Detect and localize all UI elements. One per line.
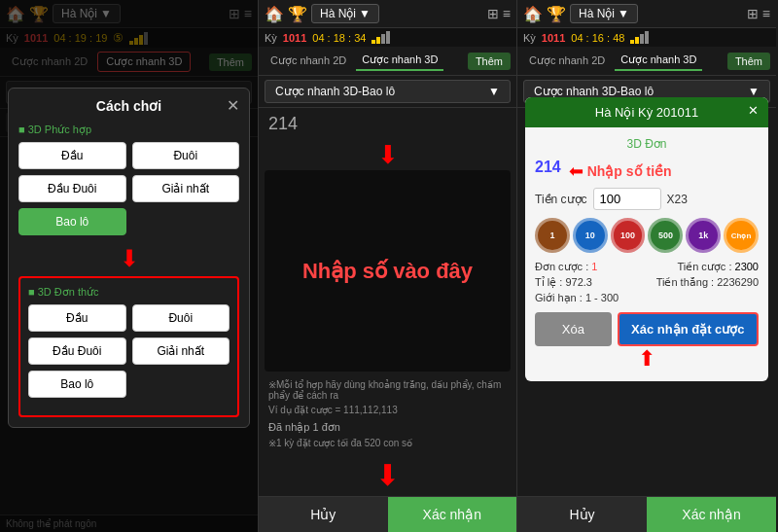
section1-buttons: Đầu Đuôi Đầu Đuôi Giải nhất Bao lô: [18, 142, 239, 235]
p2-down-arrow-icon: ⬇: [377, 140, 399, 169]
cach-choi-modal: Cách chơi ✕ ■ 3D Phức hợp Đầu Đuôi Đầu Đ…: [8, 88, 250, 428]
xoa-button[interactable]: Xóa: [535, 312, 612, 346]
confirm-title: Hà Nội Kỳ 201011: [595, 105, 698, 120]
p3-them-button[interactable]: Thêm: [727, 53, 770, 70]
p3-tab-3d[interactable]: Cược nhanh 3D: [615, 51, 702, 71]
p3-menu-icon[interactable]: ≡: [762, 6, 770, 21]
btn-giainhat-2[interactable]: Giải nhất: [132, 337, 230, 365]
p3-dropdown-label: Cược nhanh 3D-Bao lô: [534, 85, 654, 98]
p2-note-text: ※Mỗi tổ hợp hãy dùng khoảng trắng, dấu p…: [259, 375, 516, 405]
btn-dauduoi-1[interactable]: Đầu Đuôi: [18, 175, 126, 202]
p2-arrow-container: ⬇: [259, 140, 516, 170]
section1-title: ■ 3D Phức hợp: [18, 124, 239, 136]
p3-tab-2d[interactable]: Cược nhanh 2D: [523, 52, 611, 70]
section2-label: 3D Đơn thức: [38, 286, 99, 298]
tien-cuoc-label: Tiền cược: [535, 193, 587, 206]
section1-label: 3D Phức hợp: [28, 124, 91, 135]
confirm-close-button[interactable]: ✕: [748, 103, 759, 118]
confirm-down-arrow: ⬆: [535, 346, 759, 372]
p2-xacnhan-button[interactable]: Xác nhận: [388, 497, 517, 532]
modal-title: Cách chơi: [18, 98, 239, 114]
p3-timer-display: 04 : 16 : 48: [571, 32, 624, 44]
p2-bar4: [386, 31, 390, 44]
panel-3: 🏠 🏆 Hà Nội ▼ ⊞ ≡ Kỳ 1011 04 : 16 : 48 Cư…: [517, 0, 776, 532]
nhap-tien-row: 214 ⬅ Nhập số tiền: [535, 159, 759, 184]
p2-example-text: Ví dụ đặt cược = 111,112,113: [259, 405, 516, 419]
chip-500[interactable]: 500: [648, 218, 683, 253]
gioi-han-label: Giới hạn : 1 - 300: [535, 292, 619, 304]
p3-bar1: [630, 40, 634, 44]
chip-row: 1 10 100 500 1k Chọn: [535, 218, 759, 253]
p2-bet-number: 214: [259, 108, 516, 140]
p3-bar4: [645, 31, 649, 44]
down-arrow-icon: ⬇: [120, 245, 139, 271]
p2-input-area[interactable]: Nhập số vào đây: [265, 170, 511, 372]
p2-chevron-icon: ▼: [359, 7, 371, 20]
p2-ky-number: 1011: [283, 32, 306, 44]
p3-huy-button[interactable]: Hủy: [517, 497, 647, 532]
chip-1[interactable]: 1: [535, 218, 570, 253]
p2-da-nhap: Đã nhập 1 đơn: [259, 419, 516, 436]
confirm-arrow-icon: ⬆: [638, 346, 655, 371]
btn-dau-2[interactable]: Đầu: [28, 304, 126, 332]
p3-grid-icon[interactable]: ⊞: [747, 6, 759, 21]
p2-dropdown-row: Cược nhanh 3D-Bao lô ▼: [259, 76, 516, 108]
chip-chon[interactable]: Chọn: [724, 218, 759, 253]
chip-10[interactable]: 10: [573, 218, 608, 253]
p3-trophy-icon[interactable]: 🏆: [547, 5, 566, 23]
p2-tab-3d[interactable]: Cược nhanh 3D: [356, 51, 443, 71]
btn-giainhat-1[interactable]: Giải nhất: [132, 175, 240, 202]
p3-chevron-icon: ▼: [618, 7, 629, 20]
panel-2: 🏠 🏆 Hà Nội ▼ ⊞ ≡ Kỳ 1011 04 : 18 : 34 Cư…: [259, 0, 517, 532]
p3-signal-bars: [630, 31, 649, 44]
p2-bar2: [376, 37, 380, 44]
p3-ky-number: 1011: [542, 32, 565, 44]
gioi-han-value: 1 - 300: [585, 292, 619, 303]
btn-baolo-2[interactable]: Bao lô: [28, 371, 126, 398]
p2-menu-icon[interactable]: ≡: [503, 6, 511, 21]
modal-close-button[interactable]: ✕: [227, 96, 239, 115]
don-cuoc-value: 1: [591, 261, 597, 272]
p2-tab-row: Cược nhanh 2D Cược nhanh 3D Thêm: [259, 47, 516, 76]
panel2-header: 🏠 🏆 Hà Nội ▼ ⊞ ≡: [259, 0, 516, 28]
chip-100[interactable]: 100: [611, 218, 646, 253]
p3-home-icon[interactable]: 🏠: [523, 5, 543, 23]
p3-location-button[interactable]: Hà Nội ▼: [570, 4, 638, 23]
p2-bar1: [371, 40, 375, 44]
p3-bottom-btns: Hủy Xác nhận: [517, 496, 776, 532]
p3-bar3: [640, 34, 644, 44]
p2-tab-2d[interactable]: Cược nhanh 2D: [265, 52, 352, 70]
arrow-section: ⬇: [18, 245, 239, 272]
p2-location-button[interactable]: Hà Nội ▼: [311, 4, 379, 23]
chip-1k[interactable]: 1k: [686, 218, 721, 253]
p2-confirm-arrow: ⬇: [259, 454, 516, 496]
p2-grid-icon[interactable]: ⊞: [487, 6, 499, 21]
p2-them-button[interactable]: Thêm: [468, 53, 511, 70]
panel3-header: 🏠 🏆 Hà Nội ▼ ⊞ ≡: [517, 0, 776, 28]
p2-dropdown-chevron: ▼: [488, 85, 500, 98]
btn-dauduoi-2[interactable]: Đầu Đuôi: [28, 337, 126, 365]
btn-duoi-1[interactable]: Đuôi: [132, 142, 240, 169]
p2-trophy-icon[interactable]: 🏆: [288, 5, 307, 23]
tien-cuoc-input[interactable]: [593, 188, 661, 210]
confirm-number: 214: [535, 159, 561, 176]
tien-thang-label: Tiền thắng : 2236290: [656, 276, 759, 289]
p2-huy-button[interactable]: Hủy: [259, 497, 388, 532]
panel-1: 🏠 🏆 Hà Nội ▼ ⊞ ≡ Kỳ 1011 04 : 19 : 19 ⑤ …: [0, 0, 259, 532]
btn-baolo-1[interactable]: Bao lô: [18, 208, 126, 235]
ti-le-value: 972.3: [565, 276, 592, 288]
confirm-action-row: Xóa Xác nhận đặt cược: [535, 312, 759, 346]
xacnhan-dat-cuoc-button[interactable]: Xác nhận đặt cược: [618, 312, 759, 346]
confirm-body: 3D Đơn 214 ⬅ Nhập số tiền Tiền cược X23 …: [525, 127, 768, 381]
p2-placeholder-text: Nhập số vào đây: [302, 259, 473, 284]
p2-home-icon[interactable]: 🏠: [265, 5, 284, 23]
btn-duoi-2[interactable]: Đuôi: [132, 304, 230, 332]
p2-ky-label: Kỳ: [265, 32, 277, 44]
btn-dau-1[interactable]: Đầu: [18, 142, 126, 169]
p3-dropdown-chevron: ▼: [748, 85, 760, 98]
p2-bottom-btns: Hủy Xác nhận: [259, 496, 516, 532]
p3-xacnhan-button[interactable]: Xác nhận: [647, 497, 776, 532]
p2-dropdown-button[interactable]: Cược nhanh 3D-Bao lô ▼: [265, 80, 511, 103]
confirm-header: Hà Nội Kỳ 201011 ✕: [525, 97, 768, 127]
section2-title: ■ 3D Đơn thức: [28, 286, 230, 299]
